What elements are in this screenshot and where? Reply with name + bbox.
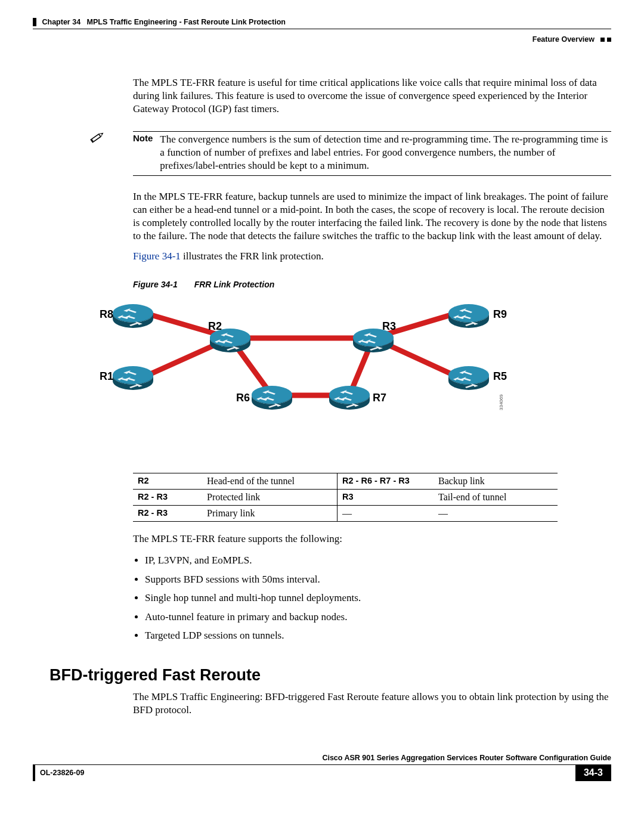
footer-doc-id: OL-23826-09 bbox=[33, 764, 575, 781]
svg-text:R9: R9 bbox=[493, 308, 507, 320]
body-paragraph: The MPLS TE-FRR feature supports the fol… bbox=[133, 532, 611, 546]
note-block: Note The convergence numbers is the sum … bbox=[88, 129, 611, 176]
page-number: 34-3 bbox=[575, 764, 611, 781]
section-heading: BFD-triggered Fast Reroute bbox=[49, 666, 611, 685]
network-diagram: R8 R1 R2 R3 R6 R7 R9 R5 334069 bbox=[97, 294, 509, 419]
link-table: R2 Head-end of the tunnel R2 - R6 - R7 -… bbox=[133, 473, 558, 522]
note-label: Note bbox=[133, 133, 153, 172]
body-paragraph: Figure 34-1 illustrates the FRR link pro… bbox=[133, 250, 611, 263]
svg-text:R6: R6 bbox=[236, 392, 250, 404]
list-item: Single hop tunnel and multi-hop tunnel d… bbox=[145, 590, 611, 606]
list-item: Auto-tunnel feature in primary and backu… bbox=[145, 609, 611, 625]
chapter-header: Chapter 34 MPLS Traffic Engineering - Fa… bbox=[33, 18, 286, 26]
svg-text:334069: 334069 bbox=[499, 394, 504, 410]
list-item: IP, L3VPN, and EoMPLS. bbox=[145, 553, 611, 568]
figure-caption: Figure 34-1FRR Link Protection bbox=[97, 280, 611, 289]
body-paragraph: The MPLS Traffic Engineering: BFD-trigge… bbox=[133, 690, 611, 717]
list-item: Targeted LDP sessions on tunnels. bbox=[145, 628, 611, 643]
section-name: Feature Overview bbox=[532, 35, 595, 44]
svg-text:R1: R1 bbox=[100, 370, 113, 382]
svg-text:R7: R7 bbox=[373, 392, 386, 404]
footer-guide-title: Cisco ASR 901 Series Aggregation Service… bbox=[33, 754, 611, 762]
figure-link[interactable]: Figure 34-1 bbox=[133, 250, 181, 262]
svg-text:R2: R2 bbox=[208, 320, 222, 332]
body-paragraph: The MPLS TE-FRR feature is useful for ti… bbox=[133, 76, 611, 116]
chapter-number: Chapter 34 bbox=[42, 18, 81, 26]
figure-title: FRR Link Protection bbox=[194, 280, 275, 289]
pencil-icon bbox=[88, 129, 106, 145]
svg-text:R8: R8 bbox=[100, 308, 113, 320]
body-paragraph: In the MPLS TE-FRR feature, backup tunne… bbox=[133, 190, 611, 243]
chapter-title: MPLS Traffic Engineering - Fast Reroute … bbox=[87, 18, 286, 26]
list-item: Supports BFD sessions with 50ms interval… bbox=[145, 572, 611, 587]
svg-text:R5: R5 bbox=[493, 370, 507, 382]
svg-text:R3: R3 bbox=[382, 320, 396, 332]
bullet-list: IP, L3VPN, and EoMPLS. Supports BFD sess… bbox=[133, 553, 611, 643]
figure-number: Figure 34-1 bbox=[133, 280, 178, 289]
note-text: The convergence numbers is the sum of de… bbox=[160, 133, 611, 172]
